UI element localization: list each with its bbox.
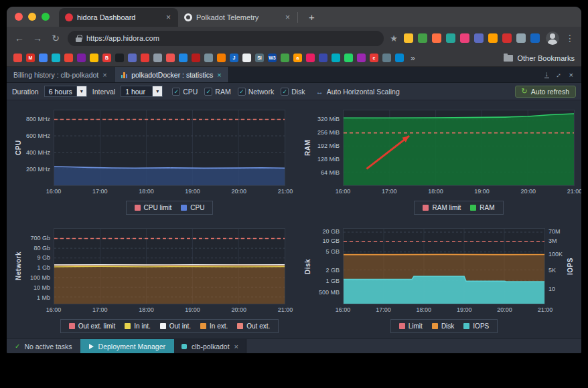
browser-menu-icon[interactable]: ⋮ (565, 33, 575, 43)
bookmark-icon[interactable] (166, 54, 175, 62)
app-tab-statistics[interactable]: polkadotDocker : statistics × (115, 67, 229, 82)
bookmark-icon[interactable] (242, 54, 251, 62)
bookmark-icon[interactable] (395, 54, 404, 62)
extension-icon[interactable] (516, 33, 526, 43)
bookmark-icon[interactable] (357, 54, 366, 62)
app-tab-bar: Billing history : clb-polkadot × polkado… (7, 67, 581, 83)
ram-x-axis: 16:0017:0018:0019:0020:0021:00 (343, 187, 575, 196)
bookmark-icon[interactable] (179, 54, 188, 62)
extension-icon[interactable] (460, 33, 469, 43)
bookmark-icon[interactable] (64, 54, 73, 62)
interval-select[interactable]: 1 hour ▾ (121, 86, 163, 97)
bookmark-icon[interactable] (52, 54, 60, 62)
tab-close-icon[interactable]: × (217, 71, 221, 79)
browser-tab-polkadot[interactable]: Polkadot Telemetry × (178, 8, 297, 27)
auto-refresh-button[interactable]: ↻ Auto refresh (515, 86, 576, 98)
bookmark-icon[interactable]: a (293, 54, 302, 62)
bookmarks-overflow-icon[interactable]: » (411, 54, 415, 63)
download-icon[interactable]: ↓ (544, 71, 550, 78)
bookmark-icon[interactable] (344, 54, 353, 62)
bookmark-icon[interactable] (39, 54, 48, 62)
bookmark-star-icon[interactable]: ★ (390, 33, 398, 43)
expand-icon[interactable]: ↕ (555, 70, 563, 78)
browser-toolbar: ← → ↻ https://app.hidora.com ★ ⋮ (7, 27, 581, 50)
reload-icon[interactable]: ↻ (50, 33, 62, 43)
bookmark-icon[interactable]: B (102, 54, 111, 62)
environment-tab-clb-polkadot[interactable]: clb-polkadot × (174, 339, 246, 353)
ram-xtick: 20:00 (521, 188, 536, 195)
tab-close-icon[interactable]: × (284, 13, 291, 22)
extension-icon[interactable] (432, 33, 441, 43)
extension-icon[interactable] (474, 33, 484, 43)
bookmark-icon[interactable] (332, 54, 340, 62)
bookmark-icon[interactable] (128, 54, 137, 62)
bookmark-icon[interactable] (90, 54, 98, 62)
address-bar[interactable]: https://app.hidora.com (68, 31, 384, 46)
checkbox-cpu[interactable]: ✓CPU (172, 88, 198, 96)
extension-icon[interactable] (404, 33, 413, 43)
bookmark-icon[interactable] (115, 54, 124, 62)
disk-ytick: 20 GB (322, 228, 340, 235)
back-icon[interactable]: ← (13, 33, 25, 43)
bookmark-icon[interactable]: M (26, 54, 35, 62)
tasks-status-label: No active tasks (24, 343, 72, 351)
bookmark-icon[interactable]: J (230, 54, 238, 62)
network-ytick: 1 Gb (37, 264, 50, 271)
cpu-legend: CPU limitCPU (126, 201, 214, 215)
network-ytick: 1 Mb (37, 294, 50, 301)
chevron-down-icon[interactable]: ▾ (152, 86, 162, 96)
bookmark-icon[interactable] (192, 54, 200, 62)
chevron-down-icon[interactable]: ▾ (76, 86, 86, 96)
bookmark-icon[interactable] (217, 54, 226, 62)
tab-close-icon[interactable]: × (102, 71, 106, 79)
legend-label: Out ext. (246, 322, 270, 330)
close-icon[interactable]: × (569, 71, 573, 79)
bookmark-icon[interactable] (153, 54, 162, 62)
tab-close-icon[interactable]: × (234, 343, 238, 351)
extension-icon[interactable] (502, 33, 512, 43)
extension-icon[interactable] (530, 33, 540, 43)
bookmark-icon[interactable] (319, 54, 327, 62)
ram-chart: 16:0017:0018:0019:0020:0021:00RAM limitR… (343, 110, 575, 215)
checkbox-network[interactable]: ✓Network (238, 88, 275, 96)
bookmark-icon[interactable] (382, 54, 391, 62)
browser-tab-hidora[interactable]: hidora Dashboard × (59, 8, 178, 27)
disk-xtick: 16:00 (336, 306, 351, 313)
forward-icon[interactable]: → (31, 33, 44, 43)
cpu-xtick: 17:00 (92, 188, 108, 195)
metric-checkboxes: ✓CPU✓RAM✓Network✓Disk (172, 88, 305, 96)
bookmark-icon[interactable] (141, 54, 149, 62)
extension-icon[interactable] (488, 33, 498, 43)
legend-item-limit: Limit (399, 322, 423, 330)
traffic-light-zoom[interactable] (42, 13, 50, 21)
profile-avatar[interactable] (546, 31, 559, 45)
bookmark-icon[interactable]: SI (255, 54, 264, 62)
bookmark-icon[interactable]: e (370, 54, 378, 62)
tab-close-icon[interactable]: × (165, 13, 172, 22)
duration-value: 6 hours (45, 88, 76, 96)
new-tab-button[interactable]: + (305, 7, 319, 27)
duration-select[interactable]: 6 hours ▾ (44, 86, 87, 97)
checkbox-ram[interactable]: ✓RAM (204, 88, 230, 96)
bookmark-icon[interactable] (281, 54, 289, 62)
extension-icon[interactable] (418, 33, 427, 43)
traffic-light-minimize[interactable] (28, 13, 36, 21)
traffic-light-close[interactable] (15, 13, 23, 21)
auto-horizontal-scaling-toggle[interactable]: ↔ Auto Horizontal Scaling (316, 88, 400, 96)
disk-ytick: 2 GB (325, 267, 340, 274)
cpu-axis-title: CPU (13, 110, 23, 186)
other-bookmarks-button[interactable]: Other Bookmarks (517, 54, 575, 62)
extension-icon[interactable] (446, 33, 455, 43)
bookmark-icon[interactable] (204, 54, 213, 62)
bookmark-icon[interactable]: W3 (268, 54, 277, 62)
bookmark-icon[interactable] (306, 54, 315, 62)
app-tab-label: polkadotDocker : statistics (131, 71, 213, 79)
bookmark-icon[interactable] (13, 54, 22, 62)
checkbox-disk[interactable]: ✓Disk (281, 88, 305, 96)
app-tab-billing-history[interactable]: Billing history : clb-polkadot × (7, 67, 115, 82)
ram-axis-title: RAM (303, 110, 312, 186)
hidora-dashboard: Billing history : clb-polkadot × polkado… (7, 67, 581, 353)
deployment-manager-button[interactable]: Deployment Manager (80, 339, 174, 353)
bookmark-icon[interactable] (77, 54, 86, 62)
iops-ytick: 10 (548, 286, 555, 292)
